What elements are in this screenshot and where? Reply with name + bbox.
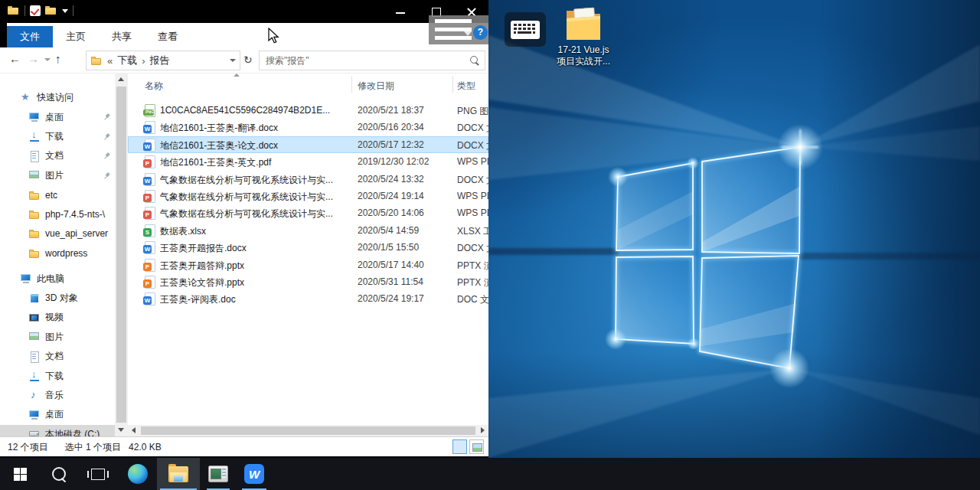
address-dropdown-icon[interactable] bbox=[226, 59, 240, 62]
sidebar-item[interactable]: etc bbox=[0, 185, 115, 204]
column-header-date[interactable]: 修改日期 bbox=[358, 80, 394, 93]
desktop-icon bbox=[28, 409, 41, 421]
sidebar-item[interactable]: 文档 bbox=[0, 347, 115, 366]
column-separator[interactable] bbox=[351, 76, 352, 93]
file-name: 数据表.xlsx bbox=[160, 225, 351, 238]
pictures-icon bbox=[28, 331, 41, 343]
sidebar-item[interactable]: 文档 bbox=[0, 146, 115, 165]
sidebar-item[interactable]: 桌面 bbox=[0, 107, 115, 126]
search-placeholder: 搜索"报告" bbox=[266, 54, 309, 67]
sidebar-item[interactable]: php-7.4.5-nts-\ bbox=[0, 204, 115, 224]
sidebar-item[interactable]: 下载 bbox=[0, 366, 115, 385]
search-input[interactable]: 搜索"报告" bbox=[259, 51, 485, 70]
sidebar-item-label: 图片 bbox=[45, 331, 64, 344]
start-button[interactable] bbox=[6, 458, 34, 490]
sidebar-item[interactable]: 图片 bbox=[0, 166, 115, 185]
desktop-icon-vue-folder[interactable]: 17-21 Vue.js 项目实战开... bbox=[541, 6, 626, 67]
file-name: 王荟奥论文答辩.pptx bbox=[160, 276, 351, 289]
window-edge bbox=[0, 23, 7, 47]
breadcrumb-segment[interactable]: 下载 bbox=[117, 54, 137, 67]
file-list-pane: 名称 修改日期 类型 1C0CAC8AE541C5596C284974B2D1E… bbox=[128, 73, 488, 436]
wps-taskbar-button[interactable]: W bbox=[239, 458, 270, 490]
sidebar-item[interactable]: 3D 对象 bbox=[0, 289, 115, 308]
app-window-icon bbox=[208, 466, 228, 482]
ribbon-tab-2[interactable]: 主页 bbox=[53, 26, 99, 47]
sidebar-item[interactable]: 下载 bbox=[0, 127, 115, 146]
ribbon-tabs: 文件主页共享查看 bbox=[7, 26, 191, 47]
up-button[interactable]: ↑ bbox=[55, 52, 61, 65]
sidebar-scrollbar[interactable] bbox=[115, 73, 128, 436]
pin-icon bbox=[101, 151, 112, 162]
edge-taskbar-button[interactable] bbox=[122, 458, 153, 490]
sidebar-item[interactable]: 桌面 bbox=[0, 405, 115, 424]
checkmark-icon[interactable] bbox=[30, 5, 41, 16]
file-date: 2020/5/24 19:17 bbox=[358, 293, 452, 304]
details-view-icon[interactable] bbox=[452, 439, 467, 454]
expand-ribbon-icon[interactable] bbox=[464, 31, 472, 36]
ribbon-tab-1[interactable]: 文件 bbox=[7, 26, 53, 47]
breadcrumb-collapsed[interactable]: « bbox=[107, 55, 113, 67]
file-date: 2020/1/5 15:50 bbox=[358, 242, 452, 253]
file-name: 气象数据在线分析与可视化系统设计与实... bbox=[160, 191, 351, 204]
minimize-button[interactable] bbox=[383, 0, 418, 23]
thumbnail-view-icon[interactable] bbox=[469, 439, 484, 454]
sidebar-item[interactable]: 视频 bbox=[0, 308, 115, 327]
file-name: 地信21601-王荟奥-论文.docx bbox=[160, 139, 351, 152]
file-row[interactable]: 数据表.xlsx2020/5/4 14:59XLSX 工 bbox=[128, 222, 488, 239]
column-separator[interactable] bbox=[452, 76, 453, 93]
file-row[interactable]: 1C0CAC8AE541C5596C284974B2D1E...2020/5/2… bbox=[128, 102, 488, 119]
forward-button[interactable]: → bbox=[28, 52, 39, 65]
sidebar-item[interactable]: vue_api_server bbox=[0, 224, 115, 243]
sidebar-item[interactable]: wordpress bbox=[0, 243, 115, 263]
file-row[interactable]: 王荟奥开题报告.docx2020/1/5 15:50DOCX 文 bbox=[128, 239, 488, 256]
keyboard-icon[interactable] bbox=[505, 12, 546, 47]
view-toggle-buttons bbox=[452, 439, 484, 454]
horizontal-scrollbar[interactable] bbox=[128, 425, 488, 436]
file-row[interactable]: 气象数据在线分析与可视化系统设计与实...2020/5/24 19:14WPS … bbox=[128, 188, 488, 204]
folder-icon bbox=[28, 189, 41, 201]
search-button[interactable] bbox=[44, 458, 74, 490]
file-explorer-taskbar-button[interactable] bbox=[157, 458, 200, 490]
address-bar[interactable]: « 下载 › 报告 bbox=[86, 51, 240, 70]
ribbon-tab-bar: 文件主页共享查看 bbox=[0, 23, 488, 47]
scrollbar-thumb[interactable] bbox=[116, 87, 126, 423]
chevron-down-icon[interactable] bbox=[62, 9, 68, 13]
refresh-icon[interactable]: ↻ bbox=[243, 54, 253, 66]
file-row[interactable]: 王荟奥开题答辩.pptx2020/5/17 14:40PPTX 演 bbox=[128, 256, 488, 273]
file-row[interactable]: 地信21601-王荟奥-翻译.docx2020/5/16 20:34DOCX 文 bbox=[128, 119, 488, 136]
file-explorer-window: 文件主页共享查看 ? ← → ↑ « 下载 › 报告 ↻ 搜索"报告" 快速访问… bbox=[0, 0, 488, 456]
scroll-up-icon[interactable] bbox=[118, 77, 124, 81]
breadcrumb-segment[interactable]: 报告 bbox=[150, 54, 170, 67]
file-row[interactable]: 王荟奥论文答辩.pptx2020/5/31 11:54PPTX 演 bbox=[128, 273, 488, 290]
sidebar-item[interactable]: 本地磁盘 (C:) bbox=[0, 425, 115, 436]
sidebar-item-label: 文档 bbox=[45, 350, 64, 363]
excel-file-icon bbox=[143, 224, 155, 237]
app-window-taskbar-button[interactable] bbox=[204, 458, 233, 490]
scroll-left-icon[interactable] bbox=[132, 427, 136, 433]
scrollbar-thumb[interactable] bbox=[141, 426, 475, 435]
column-header-type[interactable]: 类型 bbox=[457, 80, 475, 93]
folder-icon bbox=[28, 247, 41, 260]
sidebar-item[interactable]: 音乐 bbox=[0, 386, 115, 405]
sidebar-item[interactable]: 此电脑 bbox=[0, 270, 115, 289]
file-row[interactable]: 气象数据在线分析与可视化系统设计与实...2020/5/24 13:32DOCX… bbox=[128, 171, 488, 188]
scroll-right-icon[interactable] bbox=[481, 427, 485, 433]
folder-icon[interactable] bbox=[8, 5, 20, 16]
sidebar-item[interactable]: 快速访问 bbox=[0, 88, 115, 107]
task-view-button[interactable] bbox=[83, 458, 113, 490]
file-row[interactable]: 地信21601-王荟奥-论文.docx2020/5/17 12:32DOCX 文 bbox=[128, 136, 488, 153]
folder-icon[interactable] bbox=[45, 5, 57, 16]
file-row[interactable]: 地信21601-王荟奥-英文.pdf2019/12/30 12:02WPS PD bbox=[128, 153, 488, 170]
sidebar-item[interactable]: 图片 bbox=[0, 328, 115, 347]
back-button[interactable]: ← bbox=[9, 52, 21, 65]
ribbon-tab-3[interactable]: 共享 bbox=[99, 26, 145, 47]
recent-locations-icon[interactable] bbox=[44, 58, 51, 61]
file-date: 2020/5/4 14:59 bbox=[358, 225, 452, 236]
column-header-name[interactable]: 名称 bbox=[145, 80, 163, 93]
file-row[interactable]: 王荟奥-评阅表.doc2020/5/24 19:17DOC 文 bbox=[128, 290, 488, 307]
scroll-down-icon[interactable] bbox=[118, 428, 124, 432]
help-button[interactable]: ? bbox=[473, 25, 488, 40]
pdf-file-icon bbox=[143, 190, 155, 202]
file-row[interactable]: 气象数据在线分析与可视化系统设计与实...2020/5/20 14:06WPS … bbox=[128, 204, 488, 221]
ribbon-tab-4[interactable]: 查看 bbox=[145, 26, 191, 47]
